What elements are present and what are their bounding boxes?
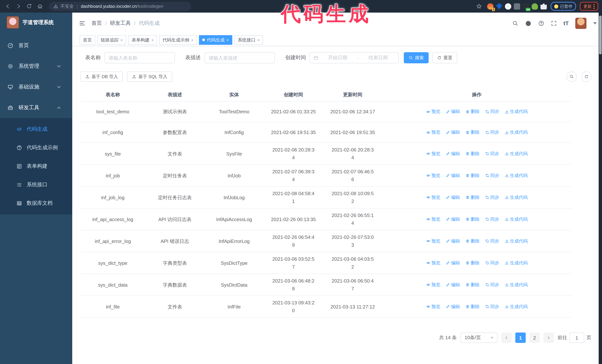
table-name-input[interactable] (105, 52, 175, 63)
sync-link[interactable]: 同步 (485, 128, 499, 136)
preview-link[interactable]: 预览 (426, 237, 440, 245)
switch-on-icon[interactable]: on (523, 3, 529, 10)
sidebar-item-dev-tools[interactable]: 研发工具 (0, 97, 72, 118)
tab-5[interactable]: 系统接口× (235, 35, 263, 45)
edit-link[interactable]: 编辑 (445, 237, 460, 245)
preview-link[interactable]: 预览 (426, 108, 440, 115)
delete-link[interactable]: 删除 (465, 108, 480, 115)
kebab-menu-icon[interactable] (593, 4, 595, 9)
table-desc-input[interactable] (204, 52, 275, 63)
sync-link[interactable]: 同步 (485, 303, 499, 311)
bookmark-star-icon[interactable] (476, 3, 482, 9)
paused-badge[interactable]: 已暂停 (550, 2, 576, 11)
start-date-placeholder[interactable]: 开始日期 (321, 54, 355, 61)
delete-link[interactable]: 删除 (465, 194, 480, 201)
edit-link[interactable]: 编辑 (445, 303, 460, 311)
forward-icon[interactable] (16, 3, 22, 9)
preview-link[interactable]: 预览 (426, 281, 440, 289)
sync-link[interactable]: 同步 (485, 281, 499, 289)
edit-link[interactable]: 编辑 (445, 259, 460, 267)
generate-code-link[interactable]: 生成代码 (504, 281, 528, 289)
font-size-icon[interactable]: tT (563, 20, 569, 26)
search-button[interactable]: 搜索 (404, 52, 429, 63)
generate-code-link[interactable]: 生成代码 (504, 108, 528, 115)
generate-code-link[interactable]: 生成代码 (504, 237, 528, 245)
sync-link[interactable]: 同步 (485, 172, 499, 179)
fullscreen-icon[interactable] (551, 20, 557, 26)
edit-link[interactable]: 编辑 (445, 128, 460, 136)
generate-code-link[interactable]: 生成代码 (504, 303, 528, 311)
app-logo[interactable]: 芋道管理系统 (0, 13, 72, 31)
sidebar-subitem-2[interactable]: 表单构建 (0, 157, 72, 176)
update-button[interactable]: 更新 (580, 2, 598, 11)
delete-link[interactable]: 删除 (465, 128, 480, 136)
delete-link[interactable]: 删除 (465, 303, 480, 311)
orange-sync-icon[interactable]: 1 (487, 3, 494, 10)
sidebar-item-infra[interactable]: 基础设施 (0, 77, 72, 97)
generate-code-link[interactable]: 生成代码 (504, 128, 528, 136)
close-icon[interactable]: × (226, 35, 229, 44)
chevron-down-icon[interactable] (593, 22, 597, 24)
edit-link[interactable]: 编辑 (445, 150, 460, 157)
help-icon[interactable] (538, 20, 544, 26)
preview-link[interactable]: 预览 (426, 259, 440, 267)
sync-link[interactable]: 同步 (485, 194, 499, 201)
tab-3[interactable]: 代码生成示例× (159, 35, 197, 45)
preview-link[interactable]: 预览 (426, 150, 440, 157)
generate-code-link[interactable]: 生成代码 (504, 259, 528, 267)
sync-link[interactable]: 同步 (485, 150, 499, 157)
import-db-button[interactable]: 基于 DB 导入 (80, 72, 123, 82)
grid-tabs-icon[interactable] (514, 3, 520, 10)
sidebar-item-home[interactable]: 首页 (0, 35, 72, 56)
avatar[interactable] (575, 18, 586, 29)
sync-link[interactable]: 同步 (485, 215, 499, 223)
tab-1[interactable]: 链路追踪× (97, 35, 126, 45)
page-size-select[interactable]: 10条/页 (461, 333, 497, 343)
reset-button[interactable]: 重置 (432, 52, 457, 63)
sidebar-subitem-0[interactable]: 代码生成 (0, 120, 72, 138)
close-icon[interactable]: × (151, 35, 154, 44)
date-range-picker[interactable]: 开始日期 - 结束日期 (310, 52, 399, 63)
search-icon[interactable] (512, 20, 518, 26)
breadcrumb-home[interactable]: 首页 (92, 20, 102, 26)
breadcrumb-dev-tools[interactable]: 研发工具 (110, 20, 131, 26)
home-icon[interactable] (37, 3, 43, 9)
preview-link[interactable]: 预览 (426, 303, 440, 311)
generate-code-link[interactable]: 生成代码 (504, 194, 528, 201)
github-icon[interactable] (525, 20, 532, 26)
generate-code-link[interactable]: 生成代码 (504, 172, 528, 179)
green-check-icon[interactable]: ✓ (505, 3, 511, 10)
preview-link[interactable]: 预览 (426, 172, 440, 179)
tab-2[interactable]: 表单构建× (128, 35, 157, 45)
delete-link[interactable]: 删除 (465, 281, 480, 289)
generate-code-link[interactable]: 生成代码 (504, 215, 528, 223)
close-icon[interactable]: × (120, 35, 123, 44)
puzzle-icon[interactable] (540, 3, 547, 10)
edit-link[interactable]: 编辑 (445, 215, 460, 223)
delete-link[interactable]: 删除 (465, 237, 480, 245)
sidebar-subitem-3[interactable]: 系统接口 (0, 176, 72, 194)
preview-link[interactable]: 预览 (426, 194, 440, 201)
edit-link[interactable]: 编辑 (445, 108, 460, 115)
import-sql-button[interactable]: 基于 SQL 导入 (127, 72, 172, 82)
sidebar-subitem-4[interactable]: 数据库文档 (0, 194, 72, 213)
green-bot-icon[interactable] (532, 3, 538, 10)
sync-link[interactable]: 同步 (485, 237, 499, 245)
tab-4[interactable]: 代码生成× (199, 35, 232, 45)
end-date-placeholder[interactable]: 结束日期 (361, 54, 395, 61)
prev-page-button[interactable] (501, 333, 512, 343)
delete-link[interactable]: 删除 (465, 150, 480, 157)
blue-gem-icon[interactable] (496, 3, 502, 10)
delete-link[interactable]: 删除 (465, 215, 480, 223)
refresh-table-button[interactable] (581, 72, 592, 82)
page-button-2[interactable]: 2 (529, 333, 540, 343)
edit-link[interactable]: 编辑 (445, 172, 460, 179)
next-page-button[interactable] (543, 333, 554, 343)
scrollbar-thumb[interactable] (599, 16, 602, 54)
page-button-1[interactable]: 1 (515, 333, 526, 343)
browser-scrollbar[interactable] (599, 13, 602, 364)
close-icon[interactable]: × (191, 35, 194, 44)
sidebar-subitem-1[interactable]: 代码生成示例 (0, 138, 72, 157)
reload-icon[interactable] (26, 3, 32, 9)
generate-code-link[interactable]: 生成代码 (504, 150, 528, 157)
